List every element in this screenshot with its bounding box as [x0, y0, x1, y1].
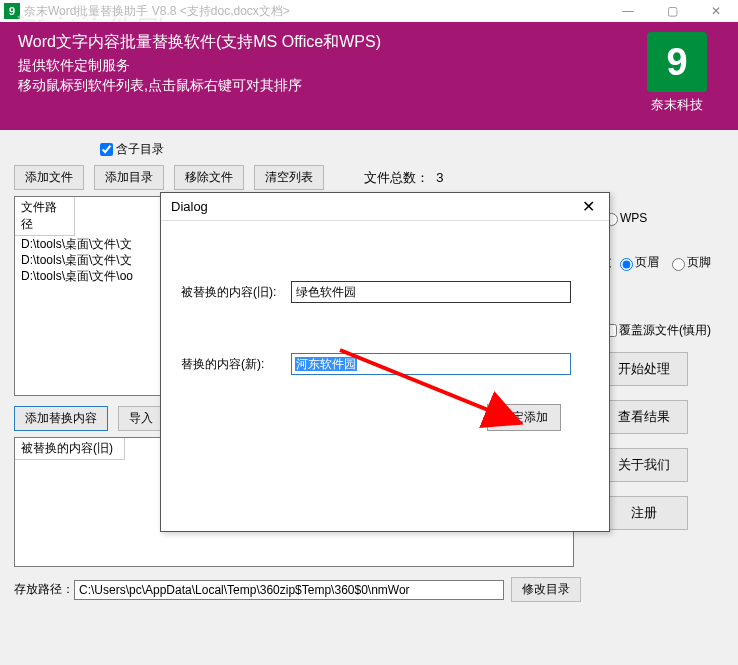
save-path-row: 存放路径： 修改目录 — [14, 577, 724, 602]
old-content-input[interactable] — [291, 281, 571, 303]
banner-line3: 移动鼠标到软件列表,点击鼠标右键可对其排序 — [18, 77, 722, 95]
file-list-header: 文件路径 — [15, 197, 75, 236]
banner-line2: 提供软件定制服务 — [18, 57, 722, 75]
save-path-label: 存放路径： — [14, 581, 74, 598]
include-subdir-label: 含子目录 — [116, 141, 164, 158]
replace-table-header: 被替换的内容(旧) — [15, 438, 125, 460]
dialog-title-bar: Dialog ✕ — [161, 193, 609, 221]
add-file-button[interactable]: 添加文件 — [14, 165, 84, 190]
save-path-input[interactable] — [74, 580, 504, 600]
start-process-button[interactable]: 开始处理 — [600, 352, 688, 386]
old-content-label: 被替换的内容(旧): — [181, 284, 291, 301]
minimize-icon[interactable]: — — [606, 0, 650, 22]
banner-line1: Word文字内容批量替换软件(支持MS Office和WPS) — [18, 32, 722, 53]
brand-logo-text: 奈末科技 — [638, 96, 716, 114]
include-subdir-input[interactable] — [100, 143, 113, 156]
view-result-button[interactable]: 查看结果 — [600, 400, 688, 434]
brand-logo: 9 奈末科技 — [638, 32, 716, 114]
header-banner: Word文字内容批量替换软件(支持MS Office和WPS) 提供软件定制服务… — [0, 22, 738, 130]
replace-dialog: Dialog ✕ 被替换的内容(旧): 替换的内容(新): 河东软件园 确定添加 — [160, 192, 610, 532]
include-subdir-checkbox[interactable]: 含子目录 — [96, 140, 164, 159]
window-title-bar: 9 奈末Word批量替换助手 V8.8 <支持doc,docx文档> — ▢ ✕ — [0, 0, 738, 22]
app-icon: 9 — [4, 3, 20, 19]
dialog-close-icon[interactable]: ✕ — [576, 197, 601, 216]
new-content-label: 替换的内容(新): — [181, 356, 291, 373]
footer-radio[interactable]: 页脚 — [667, 254, 711, 271]
overwrite-checkbox[interactable]: 覆盖源文件(慎用) — [600, 321, 711, 340]
add-dir-button[interactable]: 添加目录 — [94, 165, 164, 190]
brand-logo-icon: 9 — [647, 32, 707, 92]
confirm-add-button[interactable]: 确定添加 — [487, 404, 561, 431]
maximize-icon[interactable]: ▢ — [650, 0, 694, 22]
window-controls: — ▢ ✕ — [606, 0, 738, 22]
header-radio[interactable]: 页眉 — [615, 254, 659, 271]
file-count-label: 文件总数： 3 — [364, 169, 443, 187]
remove-file-button[interactable]: 移除文件 — [174, 165, 244, 190]
window-title: 奈末Word批量替换助手 V8.8 <支持doc,docx文档> — [24, 3, 290, 20]
clear-list-button[interactable]: 清空列表 — [254, 165, 324, 190]
change-dir-button[interactable]: 修改目录 — [511, 577, 581, 602]
close-icon[interactable]: ✕ — [694, 0, 738, 22]
import-button[interactable]: 导入 — [118, 406, 164, 431]
dialog-title: Dialog — [171, 199, 208, 214]
add-replace-button[interactable]: 添加替换内容 — [14, 406, 108, 431]
new-content-input[interactable] — [291, 353, 571, 375]
about-button[interactable]: 关于我们 — [600, 448, 688, 482]
right-panel: WPS 文 页眉 页脚 覆盖源文件(慎用) 开始处理 查看结果 关于我们 注册 — [600, 190, 720, 544]
register-button[interactable]: 注册 — [600, 496, 688, 530]
